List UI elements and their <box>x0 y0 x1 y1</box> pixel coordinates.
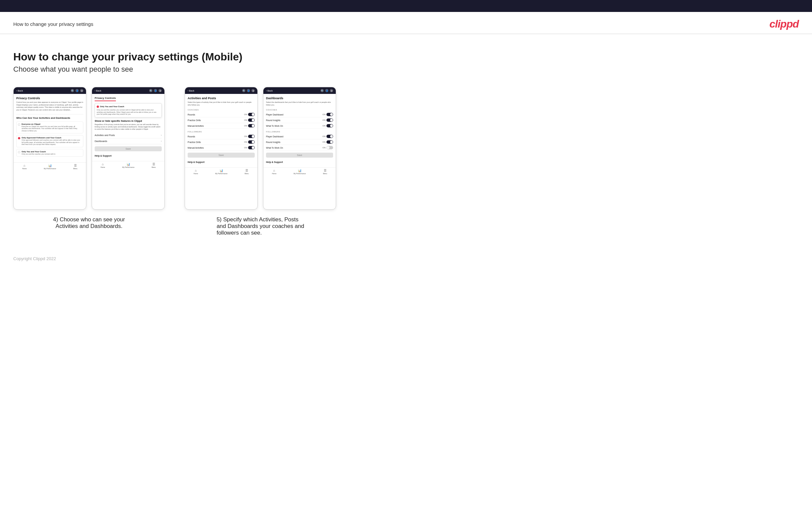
top-bar <box>0 0 812 12</box>
toggle-manual-followers: Manual Activities ON <box>188 145 255 151</box>
toggle-switch-rc[interactable] <box>248 113 255 116</box>
on-label-wwc: ON <box>322 125 325 127</box>
profile-icon-4[interactable]: 👤 <box>325 89 328 92</box>
menu-icon-2: ☰ <box>152 163 155 166</box>
search-icon-3[interactable]: 🔍 <box>242 89 245 92</box>
copyright: Copyright Clippd 2022 <box>13 256 799 261</box>
on-label-mf: ON <box>244 147 247 149</box>
toggle-switch-mf[interactable] <box>248 146 255 149</box>
toggle-switch-mc[interactable] <box>248 124 255 127</box>
back-button-1[interactable]: ‹ Back <box>16 90 23 92</box>
performance-label-4: My Performance <box>294 173 306 174</box>
profile-icon-3[interactable]: 👤 <box>247 89 250 92</box>
player-dash-followers-toggle[interactable]: ON <box>322 135 333 138</box>
round-insights-coaches-toggle[interactable]: ON <box>322 118 333 122</box>
on-label-rc: ON <box>244 113 247 115</box>
nav-menu-2[interactable]: ☰ Menu <box>152 163 156 168</box>
rounds-followers-label: Rounds <box>188 135 195 138</box>
save-button-4[interactable]: Save <box>266 153 333 158</box>
nav-menu-4[interactable]: ☰ Menu <box>323 169 327 174</box>
back-button-2[interactable]: ‹ Back <box>95 90 101 92</box>
option-approved[interactable]: Only Approved Followers and Your Coach O… <box>16 135 83 147</box>
search-icon-2[interactable]: 🔍 <box>149 89 152 92</box>
nav-home-3[interactable]: ⌂ Home <box>194 169 198 174</box>
manual-followers-toggle[interactable]: ON <box>244 146 255 149</box>
round-insights-followers-toggle[interactable]: ON <box>322 140 333 144</box>
toggle-switch-pdf[interactable] <box>326 135 333 138</box>
player-dash-followers-label: Player Dashboard <box>266 135 283 138</box>
toggle-switch-rf[interactable] <box>248 135 255 138</box>
header-icons-4: 🔍 👤 ⚙ <box>320 89 333 92</box>
save-button-2[interactable]: Save <box>95 146 162 151</box>
back-chevron-4: ‹ <box>266 90 267 92</box>
save-button-3[interactable]: Save <box>188 153 255 158</box>
toggle-what-to-work-followers: What To Work On ON <box>266 145 333 151</box>
nav-performance-2[interactable]: 📊 My Performance <box>122 163 135 168</box>
rounds-coaches-toggle[interactable]: ON <box>244 113 255 116</box>
option-you-coach-label: Only You and Your Coach <box>21 151 55 153</box>
home-icon-1: ⌂ <box>23 164 25 167</box>
radio-everyone[interactable] <box>18 123 20 126</box>
settings-icon-3[interactable]: ⚙ <box>251 89 255 92</box>
toggle-switch-ric[interactable] <box>326 118 333 122</box>
on-label-df: ON <box>244 141 247 143</box>
coaches-label-3: COACHES <box>188 109 255 111</box>
coaches-label-4: COACHES <box>266 109 333 111</box>
group-2: ‹ Back 🔍 👤 ⚙ Activities and Posts Select… <box>185 87 336 236</box>
on-label-ric: ON <box>322 119 325 121</box>
nav-menu-3[interactable]: ☰ Menu <box>245 169 249 174</box>
menu-icon-1: ☰ <box>74 164 77 167</box>
followers-label-3: FOLLOWERS <box>188 131 255 133</box>
menu-activities[interactable]: Activities and Posts › <box>95 132 162 138</box>
header-icons-1: 🔍 👤 ⚙ <box>71 89 83 92</box>
group-2-screens: ‹ Back 🔍 👤 ⚙ Activities and Posts Select… <box>185 87 336 210</box>
profile-icon-2[interactable]: 👤 <box>154 89 157 92</box>
home-icon-3: ⌂ <box>195 169 197 172</box>
home-label-4: Home <box>272 173 276 174</box>
radio-you-coach[interactable] <box>18 151 20 153</box>
nav-performance-4[interactable]: 📊 My Performance <box>294 169 306 174</box>
drills-coaches-toggle[interactable]: ON <box>244 118 255 122</box>
back-button-4[interactable]: ‹ Back <box>266 90 273 92</box>
toggle-switch-wwf[interactable] <box>326 146 333 149</box>
toggle-switch-rif[interactable] <box>326 140 333 144</box>
screen-3-body: Activities and Posts Select the types of… <box>185 94 257 166</box>
search-icon[interactable]: 🔍 <box>71 89 74 92</box>
settings-icon[interactable]: ⚙ <box>80 89 83 92</box>
what-to-work-coaches-toggle[interactable]: ON <box>322 124 333 127</box>
main-content: How to change your privacy settings (Mob… <box>0 34 812 274</box>
nav-home-4[interactable]: ⌂ Home <box>272 169 276 174</box>
back-button-3[interactable]: ‹ Back <box>188 90 194 92</box>
radio-approved[interactable] <box>18 137 20 139</box>
round-insights-coaches-label: Round Insights <box>266 119 280 121</box>
toggle-switch-dc[interactable] <box>248 118 255 122</box>
nav-menu-1[interactable]: ☰ Menu <box>73 164 78 170</box>
toggle-switch-wwc[interactable] <box>326 124 333 127</box>
settings-icon-2[interactable]: ⚙ <box>158 89 162 92</box>
screen-1-body: Privacy Controls Control how you and you… <box>14 94 86 161</box>
what-to-work-followers-toggle[interactable]: ON <box>322 146 333 149</box>
settings-icon-4[interactable]: ⚙ <box>330 89 333 92</box>
manual-followers-label: Manual Activities <box>188 147 204 149</box>
nav-performance-1[interactable]: 📊 My Performance <box>44 164 56 170</box>
menu-dashboards[interactable]: Dashboards › <box>95 138 162 144</box>
toggle-switch-pdc[interactable] <box>326 113 333 116</box>
radio-dd-selected[interactable] <box>97 106 99 108</box>
menu-label-1: Menu <box>73 168 78 170</box>
profile-icon[interactable]: 👤 <box>75 89 79 92</box>
dropdown-option-1[interactable]: Only You and Your Coach <box>97 105 160 108</box>
rounds-followers-toggle[interactable]: ON <box>244 135 255 138</box>
option-everyone[interactable]: Everyone on Clippd Everyone on Clippd ca… <box>16 121 83 134</box>
option-you-coach[interactable]: Only You and Your Coach Only you and the… <box>16 149 83 157</box>
toggle-drills-followers: Practice Drills ON <box>188 139 255 145</box>
toggle-switch-df[interactable] <box>248 140 255 144</box>
privacy-tab[interactable]: Privacy Controls <box>95 97 116 101</box>
player-dash-coaches-toggle[interactable]: ON <box>322 113 333 116</box>
manual-coaches-toggle[interactable]: ON <box>244 124 255 127</box>
drills-followers-toggle[interactable]: ON <box>244 140 255 144</box>
toggle-round-insights-coaches: Round Insights ON <box>266 117 333 123</box>
nav-home-2[interactable]: ⌂ Home <box>101 163 105 168</box>
nav-performance-3[interactable]: 📊 My Performance <box>215 169 227 174</box>
nav-home-1[interactable]: ⌂ Home <box>22 164 27 170</box>
search-icon-4[interactable]: 🔍 <box>320 89 324 92</box>
